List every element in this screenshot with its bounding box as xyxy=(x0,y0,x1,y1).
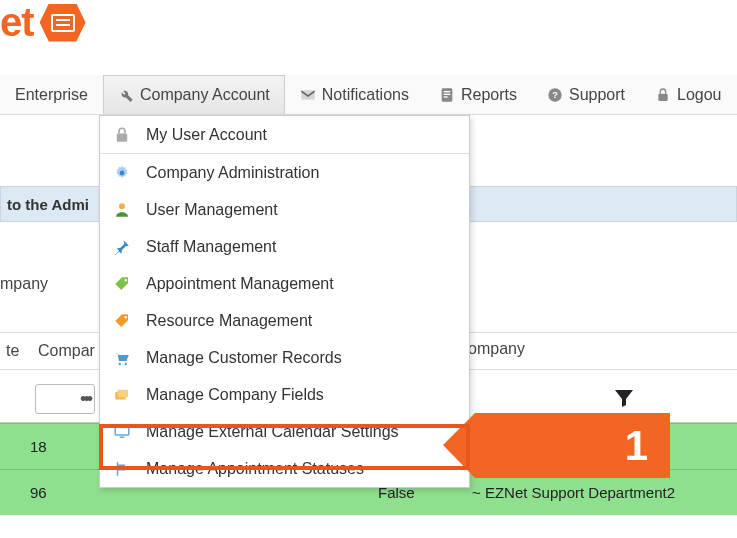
menu-label: Manage External Calendar Settings xyxy=(146,423,399,441)
menu-manage-customer-records[interactable]: Manage Customer Records xyxy=(100,339,469,376)
menu-staff-management[interactable]: Staff Management xyxy=(100,228,469,265)
menu-appointment-management[interactable]: Appointment Management xyxy=(100,265,469,302)
callout-number: 1 xyxy=(625,422,648,470)
menu-resource-management[interactable]: Resource Management xyxy=(100,302,469,339)
nav-logout[interactable]: Logou xyxy=(640,75,737,114)
company-label-fragment: mpany xyxy=(0,275,48,293)
row-id: 96 xyxy=(0,484,98,501)
nav-label: Company Account xyxy=(140,86,270,104)
col-header-1[interactable]: te xyxy=(6,342,28,360)
row-name: ~ EZNet Support Department2 xyxy=(472,484,737,501)
svg-rect-7 xyxy=(117,134,128,142)
app-logo: et xyxy=(0,0,86,45)
svg-rect-3 xyxy=(444,96,448,97)
wrench-icon xyxy=(118,87,134,103)
folders-icon xyxy=(112,385,132,405)
row-id: 18 xyxy=(0,438,98,455)
logo-badge-icon xyxy=(40,4,86,42)
svg-text:?: ? xyxy=(552,90,558,100)
tag-green-icon xyxy=(112,274,132,294)
svg-rect-6 xyxy=(658,93,667,100)
report-icon xyxy=(439,87,455,103)
menu-label: Resource Management xyxy=(146,312,312,330)
nav-company-account[interactable]: Company Account xyxy=(103,75,285,114)
svg-point-12 xyxy=(119,363,121,365)
menu-label: Manage Company Fields xyxy=(146,386,324,404)
filter-funnel-button[interactable] xyxy=(612,386,642,412)
menu-manage-external-calendar-settings[interactable]: Manage External Calendar Settings xyxy=(100,413,469,450)
menu-manage-appointment-statuses[interactable]: Manage Appointment Statuses xyxy=(100,450,469,487)
svg-rect-15 xyxy=(118,390,129,398)
person-icon xyxy=(112,200,132,220)
menu-label: User Management xyxy=(146,201,278,219)
nav-label: Support xyxy=(569,86,625,104)
menu-label: My User Account xyxy=(146,126,267,144)
svg-point-10 xyxy=(125,279,127,281)
menu-manage-company-fields[interactable]: Manage Company Fields xyxy=(100,376,469,413)
lock-icon xyxy=(655,87,671,103)
menu-label: Manage Appointment Statuses xyxy=(146,460,364,478)
menu-label: Company Administration xyxy=(146,164,319,182)
svg-point-13 xyxy=(125,363,127,365)
help-icon: ? xyxy=(547,87,563,103)
svg-rect-16 xyxy=(115,426,129,435)
filter-input[interactable]: ••• xyxy=(35,384,95,414)
col-header-company[interactable]: ompany xyxy=(468,340,525,358)
nav-label: Reports xyxy=(461,86,517,104)
menu-my-user-account[interactable]: My User Account xyxy=(100,116,469,154)
ellipsis-icon: ••• xyxy=(80,389,90,410)
lock-icon xyxy=(112,125,132,145)
banner-text: to the Admi xyxy=(7,196,89,213)
nav-enterprise[interactable]: Enterprise xyxy=(0,75,103,114)
flag-icon xyxy=(112,459,132,479)
col-header-2[interactable]: Compar xyxy=(38,342,95,360)
top-navigation: Enterprise Company Account Notifications… xyxy=(0,75,737,115)
company-account-dropdown: My User Account Company Administration U… xyxy=(99,115,470,488)
pin-icon xyxy=(112,237,132,257)
tag-orange-icon xyxy=(112,311,132,331)
logo-text: et xyxy=(0,0,34,45)
nav-label: Logou xyxy=(677,86,722,104)
svg-rect-2 xyxy=(444,93,451,94)
svg-point-9 xyxy=(119,203,125,209)
nav-label: Enterprise xyxy=(15,86,88,104)
nav-label: Notifications xyxy=(322,86,409,104)
menu-label: Staff Management xyxy=(146,238,276,256)
svg-point-11 xyxy=(125,316,127,318)
nav-reports[interactable]: Reports xyxy=(424,75,532,114)
menu-label: Manage Customer Records xyxy=(146,349,342,367)
menu-label: Appointment Management xyxy=(146,275,334,293)
monitor-icon xyxy=(112,422,132,442)
svg-rect-1 xyxy=(444,91,451,92)
envelope-icon xyxy=(300,87,316,103)
nav-notifications[interactable]: Notifications xyxy=(285,75,424,114)
menu-user-management[interactable]: User Management xyxy=(100,191,469,228)
menu-company-administration[interactable]: Company Administration xyxy=(100,154,469,191)
gear-icon xyxy=(112,163,132,183)
nav-support[interactable]: ? Support xyxy=(532,75,640,114)
tutorial-callout: 1 xyxy=(475,413,670,478)
svg-rect-17 xyxy=(120,437,125,439)
cart-icon xyxy=(112,348,132,368)
